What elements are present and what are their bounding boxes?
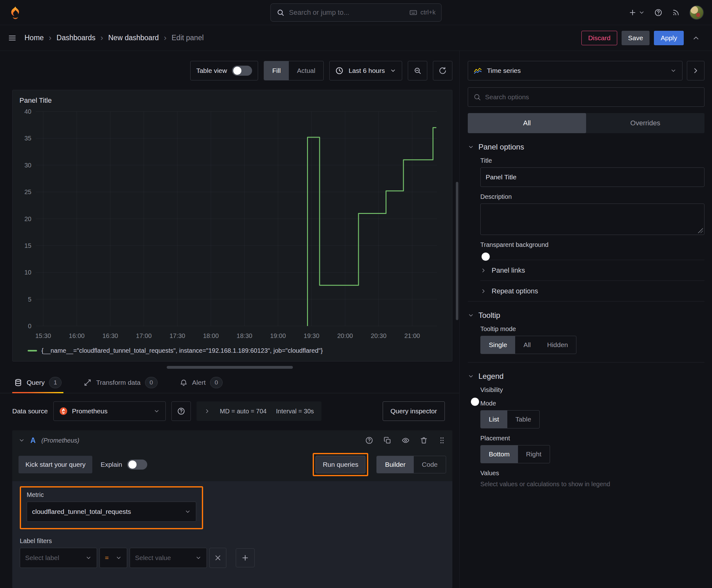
select-label-dropdown[interactable]: Select label bbox=[20, 548, 97, 568]
tab-overrides[interactable]: Overrides bbox=[586, 113, 705, 133]
chevron-down-icon bbox=[195, 555, 201, 561]
menu-icon[interactable] bbox=[8, 34, 16, 42]
svg-text:16:00: 16:00 bbox=[69, 332, 84, 339]
fill-option[interactable]: Fill bbox=[264, 61, 289, 80]
discard-button[interactable]: Discard bbox=[581, 31, 617, 45]
tab-transform-label: Transform data bbox=[96, 379, 141, 386]
query-options-summary[interactable]: MD = auto = 704 Interval = 30s bbox=[196, 401, 322, 421]
grafana-logo[interactable] bbox=[8, 5, 23, 20]
zoom-out-button[interactable] bbox=[408, 61, 427, 80]
apply-button[interactable]: Apply bbox=[654, 31, 684, 45]
kick-start-button[interactable]: Kick start your query bbox=[19, 456, 92, 474]
legend-header[interactable]: Legend bbox=[468, 362, 705, 386]
tab-alert[interactable]: Alert 0 bbox=[178, 372, 224, 393]
add-filter-button[interactable] bbox=[236, 548, 255, 567]
svg-text:21:00: 21:00 bbox=[404, 332, 420, 339]
visibility-label: Visibility bbox=[480, 386, 705, 394]
query-editor-card: A (Prometheus) bbox=[12, 430, 452, 588]
search-input[interactable] bbox=[289, 8, 405, 17]
panel-links-row[interactable]: Panel links bbox=[480, 260, 705, 280]
breadcrumb-separator: › bbox=[49, 33, 51, 43]
builder-option[interactable]: Builder bbox=[377, 456, 413, 473]
legend-mode-label: Mode bbox=[480, 400, 705, 407]
search-icon bbox=[473, 93, 481, 101]
query-inspector-button[interactable]: Query inspector bbox=[383, 401, 445, 421]
description-label: Description bbox=[480, 193, 705, 201]
tab-query[interactable]: Query 1 bbox=[12, 372, 63, 393]
description-textarea[interactable] bbox=[480, 204, 705, 235]
global-search[interactable]: ctrl+k bbox=[271, 3, 442, 22]
code-option[interactable]: Code bbox=[414, 456, 446, 473]
search-shortcut-label: ctrl+k bbox=[420, 9, 435, 16]
panel-title-input[interactable] bbox=[480, 167, 705, 187]
refresh-button[interactable] bbox=[433, 61, 452, 80]
visualization-picker[interactable]: Time series bbox=[468, 61, 683, 80]
news-icon[interactable] bbox=[672, 8, 680, 17]
breadcrumb-separator: › bbox=[164, 33, 167, 43]
placement-right-option[interactable]: Right bbox=[518, 445, 550, 463]
run-queries-highlight: Run queries bbox=[313, 453, 368, 476]
collapse-options-button[interactable] bbox=[687, 61, 705, 80]
collapse-header-button[interactable] bbox=[688, 31, 704, 45]
chevron-right-icon bbox=[692, 67, 700, 75]
options-tabs: All Overrides bbox=[468, 113, 705, 133]
legend-list-option[interactable]: List bbox=[481, 411, 507, 428]
svg-text:25: 25 bbox=[24, 188, 31, 195]
grip-icon[interactable] bbox=[438, 436, 446, 444]
query-ref-id[interactable]: A bbox=[30, 436, 36, 445]
datasource-help-button[interactable] bbox=[171, 401, 191, 421]
tab-transform[interactable]: Transform data 0 bbox=[82, 372, 159, 393]
metric-select[interactable]: cloudflared_tunnel_total_requests bbox=[27, 502, 196, 522]
trash-icon[interactable] bbox=[420, 436, 428, 444]
breadcrumb-dashboards[interactable]: Dashboards bbox=[57, 34, 95, 42]
help-icon[interactable] bbox=[365, 436, 373, 444]
transform-count-badge: 0 bbox=[145, 377, 157, 388]
plus-icon bbox=[241, 554, 249, 562]
explain-toggle[interactable] bbox=[127, 460, 147, 469]
left-pane-scrollbar[interactable] bbox=[456, 182, 458, 320]
panel-preview: Panel Title 051015202530354015:3016:0016… bbox=[12, 90, 452, 361]
breadcrumb-new-dashboard[interactable]: New dashboard bbox=[108, 34, 159, 42]
panel-links-label: Panel links bbox=[492, 266, 525, 275]
save-button[interactable]: Save bbox=[622, 31, 650, 45]
time-series-chart[interactable]: 051015202530354015:3016:0016:3017:0017:3… bbox=[18, 106, 445, 344]
pane-splitter[interactable] bbox=[167, 366, 293, 369]
select-value-dropdown[interactable]: Select value bbox=[130, 548, 207, 568]
tooltip-mode-segment: Single All Hidden bbox=[480, 336, 576, 354]
query-header: A (Prometheus) bbox=[12, 430, 452, 450]
close-icon bbox=[214, 554, 222, 562]
tab-all[interactable]: All bbox=[468, 113, 586, 133]
tooltip-hidden-option[interactable]: Hidden bbox=[539, 336, 576, 354]
remove-filter-button[interactable] bbox=[209, 548, 226, 568]
legend-table-option[interactable]: Table bbox=[507, 411, 539, 428]
panel-title[interactable]: Panel Title bbox=[19, 97, 445, 105]
placement-bottom-option[interactable]: Bottom bbox=[481, 445, 518, 463]
actual-option[interactable]: Actual bbox=[289, 61, 323, 80]
avatar[interactable] bbox=[689, 5, 704, 20]
options-search-input[interactable] bbox=[485, 93, 699, 101]
tooltip-header[interactable]: Tooltip bbox=[468, 301, 705, 326]
run-queries-button[interactable]: Run queries bbox=[316, 456, 365, 474]
tooltip-all-option[interactable]: All bbox=[515, 336, 539, 354]
tooltip-single-option[interactable]: Single bbox=[481, 336, 515, 354]
options-search[interactable] bbox=[468, 87, 705, 107]
chevron-down-icon bbox=[185, 508, 191, 515]
time-range-picker[interactable]: Last 6 hours bbox=[329, 61, 402, 80]
eye-icon[interactable] bbox=[402, 436, 410, 444]
help-icon[interactable] bbox=[654, 8, 662, 17]
section-legend: Legend Visibility Mode List Table Placem… bbox=[468, 362, 705, 496]
add-menu-button[interactable] bbox=[628, 8, 645, 17]
panel-options-header[interactable]: Panel options bbox=[468, 133, 705, 157]
copy-icon[interactable] bbox=[383, 436, 391, 444]
operator-dropdown[interactable]: = bbox=[100, 548, 127, 568]
legend-swatch[interactable] bbox=[28, 350, 37, 352]
repeat-options-row[interactable]: Repeat options bbox=[480, 280, 705, 301]
datasource-picker[interactable]: Prometheus bbox=[53, 401, 166, 421]
table-view-toggle[interactable] bbox=[232, 66, 252, 76]
table-view-control: Table view bbox=[190, 61, 258, 80]
edit-pane: Table view Fill Actual Last 6 hours bbox=[0, 51, 459, 588]
chevron-down-icon[interactable] bbox=[19, 437, 25, 443]
transparent-background-label: Transparent background bbox=[480, 241, 705, 249]
legend-series-label[interactable]: {__name__="cloudflared_tunnel_total_requ… bbox=[41, 347, 323, 354]
breadcrumb-home[interactable]: Home bbox=[24, 34, 44, 42]
